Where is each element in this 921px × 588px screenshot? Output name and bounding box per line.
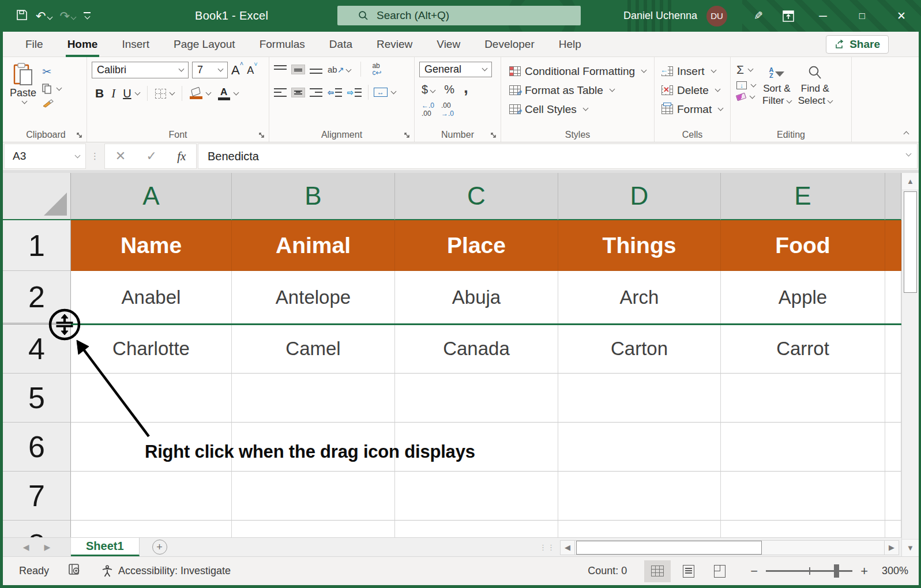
scroll-up-icon[interactable]: ▲ <box>902 173 919 190</box>
scroll-right-icon[interactable]: ▶ <box>884 540 899 555</box>
save-icon[interactable] <box>16 9 28 22</box>
increase-font-size-button[interactable]: A˄ <box>231 63 243 78</box>
zoom-slider-thumb[interactable] <box>834 564 839 578</box>
maximize-button[interactable]: □ <box>843 0 882 32</box>
copy-button[interactable] <box>42 84 61 94</box>
scroll-left-icon[interactable]: ◀ <box>560 540 575 555</box>
cell-D7[interactable] <box>558 472 721 521</box>
row-header-4[interactable]: 4 <box>3 325 71 374</box>
page-break-preview-button[interactable] <box>706 560 733 582</box>
scroll-down-icon[interactable]: ▼ <box>902 539 919 556</box>
cell-E6[interactable] <box>721 423 885 472</box>
align-middle-button[interactable] <box>292 65 305 74</box>
tab-home[interactable]: Home <box>55 32 110 57</box>
format-painter-button[interactable] <box>42 99 61 108</box>
cell-D5[interactable] <box>558 374 721 423</box>
align-left-button[interactable] <box>274 88 287 97</box>
sheet-nav-left-icon[interactable]: ◀ <box>23 542 29 552</box>
column-header-B[interactable]: B <box>232 173 395 220</box>
cell-C1[interactable]: Place <box>395 220 558 271</box>
cell-partial-6[interactable] <box>885 423 901 472</box>
tab-file[interactable]: File <box>13 32 55 57</box>
cell-E8[interactable] <box>721 521 885 537</box>
cell-C5[interactable] <box>395 374 558 423</box>
borders-button[interactable] <box>155 89 166 99</box>
fill-color-dropdown-chevron[interactable] <box>205 89 211 95</box>
cell-E2[interactable]: Apple <box>721 271 885 325</box>
cell-partial-4[interactable] <box>885 325 901 374</box>
collapse-ribbon-icon[interactable] <box>901 127 908 137</box>
decrease-indent-button[interactable]: ⇦ <box>328 88 342 97</box>
share-button[interactable]: Share <box>826 35 889 54</box>
zoom-out-button[interactable]: − <box>750 564 758 579</box>
cell-B7[interactable] <box>232 472 395 521</box>
font-dialog-launcher[interactable] <box>258 131 266 140</box>
customize-qat-icon[interactable] <box>84 12 91 20</box>
cell-styles-button[interactable]: Cell Styles <box>509 100 651 119</box>
normal-view-button[interactable] <box>644 560 671 582</box>
tab-page-layout[interactable]: Page Layout <box>161 32 247 57</box>
font-name-select[interactable]: Calibri <box>92 62 189 78</box>
row-header-5[interactable]: 5 <box>3 374 71 423</box>
sheet-tab-sheet1[interactable]: Sheet1 <box>71 538 140 556</box>
clipboard-dialog-launcher[interactable] <box>76 131 84 140</box>
cell-B2[interactable]: Antelope <box>232 271 395 325</box>
minimize-button[interactable]: ─ <box>803 0 843 32</box>
tab-data[interactable]: Data <box>317 32 364 57</box>
cell-B1[interactable]: Animal <box>232 220 395 271</box>
borders-dropdown-chevron[interactable] <box>169 89 175 95</box>
cell-partial-5[interactable] <box>885 374 901 423</box>
accessibility-status[interactable]: Accessibility: Investigate <box>101 565 231 578</box>
format-as-table-button[interactable]: Format as Table <box>509 81 651 100</box>
increase-decimal-button[interactable]: ←.0.00 <box>422 102 434 118</box>
underline-dropdown-chevron[interactable] <box>134 89 140 95</box>
cell-A2[interactable]: Anabel <box>71 271 232 325</box>
row-header-2[interactable]: 2 <box>3 271 71 325</box>
formula-input[interactable]: Benedicta <box>198 144 918 169</box>
tab-view[interactable]: View <box>424 32 472 57</box>
orientation-button[interactable]: ab↗ <box>328 65 351 74</box>
name-box-dropdown-chevron[interactable] <box>75 152 81 158</box>
percent-style-button[interactable]: % <box>444 83 454 96</box>
redo-button[interactable]: ↷ <box>60 10 76 22</box>
cell-C8[interactable] <box>395 521 558 537</box>
insert-cells-button[interactable]: Insert <box>661 62 727 81</box>
cell-C4[interactable]: Canada <box>395 325 558 374</box>
cell-D8[interactable] <box>558 521 721 537</box>
tab-insert[interactable]: Insert <box>110 32 161 57</box>
ribbon-display-options-icon[interactable] <box>773 0 803 32</box>
cell-D2[interactable]: Arch <box>558 271 721 325</box>
cell-B8[interactable] <box>232 521 395 537</box>
cell-A5[interactable] <box>71 374 232 423</box>
bold-button[interactable]: B <box>95 86 104 100</box>
delete-cells-button[interactable]: Delete <box>661 81 727 100</box>
merge-center-button[interactable]: ↔ <box>374 88 388 97</box>
cell-D1[interactable]: Things <box>558 220 721 271</box>
tab-splitter-handle[interactable]: ⋮⋮ <box>539 543 555 552</box>
column-header-partial[interactable] <box>885 173 901 220</box>
tab-help[interactable]: Help <box>547 32 593 57</box>
zoom-in-button[interactable]: + <box>860 564 868 579</box>
cell-E5[interactable] <box>721 374 885 423</box>
alignment-dialog-launcher[interactable] <box>403 131 411 140</box>
align-top-button[interactable] <box>274 65 287 74</box>
cell-B5[interactable] <box>232 374 395 423</box>
cell-partial-1[interactable] <box>885 220 901 271</box>
cell-A7[interactable] <box>71 472 232 521</box>
wrap-text-button[interactable]: abc↩ <box>372 62 381 76</box>
tab-developer[interactable]: Developer <box>472 32 547 57</box>
decrease-font-size-button[interactable]: A˅ <box>247 64 257 77</box>
cell-A4[interactable]: Charlotte <box>71 325 232 374</box>
cell-partial-8[interactable] <box>885 521 901 537</box>
tab-review[interactable]: Review <box>364 32 424 57</box>
cell-C2[interactable]: Abuja <box>395 271 558 325</box>
user-name[interactable]: Daniel Uchenna <box>623 10 697 22</box>
enter-icon[interactable]: ✓ <box>146 149 156 164</box>
macro-record-icon[interactable] <box>69 564 81 578</box>
fill-color-button[interactable] <box>190 88 202 99</box>
close-button[interactable]: ✕ <box>882 0 921 32</box>
clear-button[interactable] <box>736 94 755 100</box>
horizontal-scrollbar[interactable]: ⋮⋮ ◀ ▶ <box>539 540 899 555</box>
cut-button[interactable]: ✂ <box>42 65 61 78</box>
font-color-dropdown-chevron[interactable] <box>233 89 239 95</box>
